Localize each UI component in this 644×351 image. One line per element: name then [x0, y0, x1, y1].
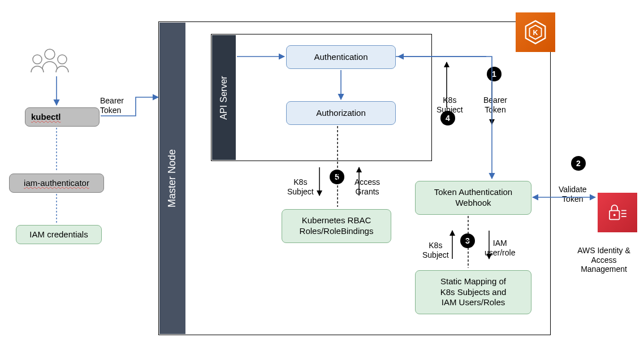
validate-token-label: Validate Token [559, 175, 587, 203]
kubectl-box: kubectl [25, 107, 100, 127]
users-icon [31, 49, 68, 72]
iam-lock-icon [606, 201, 629, 224]
badge-2: 2 [571, 156, 586, 171]
iam-authenticator-label: iam-authenticator [24, 178, 89, 189]
k8s-subject-3-label: K8s Subject [422, 231, 449, 259]
iam-authenticator-box: iam-authenticator [9, 174, 104, 193]
iam-icon [598, 193, 637, 232]
static-mapping-box: Static Mapping of K8s Subjects and IAM U… [415, 270, 531, 314]
badge-3: 3 [460, 233, 475, 248]
static-mapping-label: Static Mapping of K8s Subjects and IAM U… [440, 276, 507, 308]
iam-user-role-label: IAM user/role [485, 229, 515, 257]
k8s-subject-4-label: K8s Subject [436, 86, 463, 114]
badge-1: 1 [487, 67, 502, 81]
iam-credentials-label: IAM credentials [29, 229, 88, 240]
aws-iam-label: AWS Identity & Access Management [570, 236, 638, 274]
api-server-label: API Server [219, 76, 229, 119]
token-webhook-box: Token Authentication Webhook [415, 181, 531, 215]
svg-text:K: K [533, 29, 538, 37]
svg-point-2 [33, 55, 42, 64]
k8s-subject-5-label: K8s Subject [287, 168, 314, 196]
access-grants-label: Access Grants [355, 168, 380, 196]
eks-hex-icon: K [522, 19, 548, 45]
svg-point-23 [613, 214, 616, 216]
svg-point-0 [45, 49, 55, 59]
authentication-label: Authentication [314, 52, 368, 63]
svg-point-1 [58, 55, 67, 64]
master-node-bar: Master Node [159, 23, 185, 334]
eks-icon: K [516, 12, 555, 52]
master-node-label: Master Node [167, 149, 179, 207]
rbac-label: Kubernetes RBAC Roles/RoleBindings [300, 215, 374, 237]
bearer-token-1-label: Bearer Token [483, 86, 507, 114]
iam-credentials-box: IAM credentials [16, 225, 102, 244]
badge-5: 5 [330, 170, 344, 184]
authorization-box: Authorization [286, 101, 396, 125]
token-webhook-label: Token Authentication Webhook [434, 187, 512, 209]
badge-4: 4 [440, 111, 455, 125]
rbac-box: Kubernetes RBAC Roles/RoleBindings [282, 209, 391, 243]
authentication-box: Authentication [286, 45, 396, 69]
api-server-bar: API Server [212, 35, 236, 160]
kubectl-label: kubectl [31, 112, 61, 123]
authorization-label: Authorization [316, 108, 366, 119]
bearer-token-left-label: Bearer Token [100, 86, 124, 115]
